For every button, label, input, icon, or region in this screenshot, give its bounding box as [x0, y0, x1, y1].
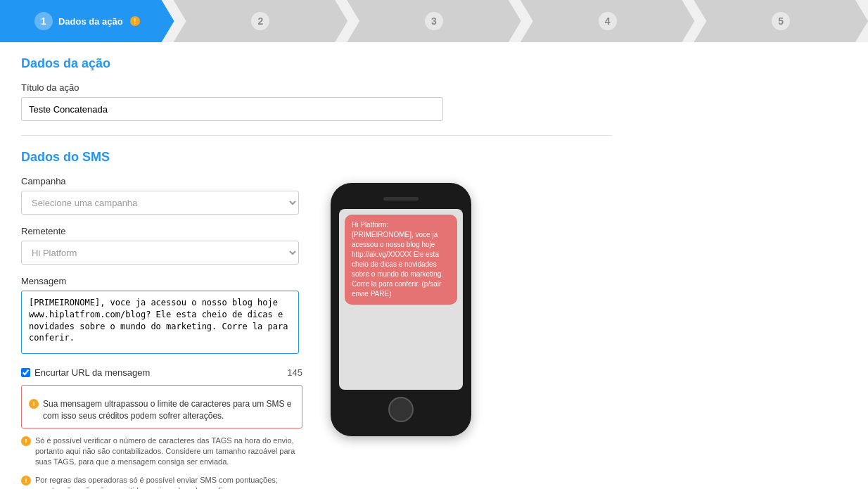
info-row-1: ! Só é possível verificar o número de ca… — [21, 436, 302, 468]
warning-box: ! Sua mensagem ultrapassou o limite de c… — [21, 385, 302, 428]
sms-form: Campanha Selecione uma campanha Remetent… — [21, 176, 302, 489]
step-3[interactable]: 3 — [347, 0, 521, 42]
mensagem-textarea[interactable]: [PRIMEIRONOME], voce ja acessou o nosso … — [21, 291, 299, 354]
encurtar-url-label[interactable]: Encurtar URL da mensagem — [21, 367, 150, 378]
info-row-2: ! Por regras das operadoras só é possíve… — [21, 475, 302, 489]
step-3-number: 3 — [425, 12, 443, 30]
phone-home-button — [388, 397, 414, 422]
action-title-input[interactable] — [21, 97, 443, 121]
sms-section-title: Dados do SMS — [21, 150, 612, 165]
sms-section-wrapper: Dados do SMS Campanha Selecione uma camp… — [21, 150, 612, 489]
warning-row: ! Sua mensagem ultrapassou o limite de c… — [29, 398, 295, 422]
phone-speaker — [383, 197, 419, 201]
campanha-label: Campanha — [21, 176, 302, 186]
action-title-field: Título da ação — [21, 82, 612, 121]
encurtar-url-checkbox[interactable] — [21, 368, 30, 377]
step-1[interactable]: 1 Dados da ação ! — [0, 0, 174, 42]
action-section: Dados da ação Título da ação — [21, 56, 612, 121]
step-2-number: 2 — [251, 12, 269, 30]
sms-preview-bubble: Hi Platform: [PRIMEIRONOME], voce ja ace… — [345, 215, 457, 305]
step-5-number: 5 — [772, 12, 790, 30]
action-title-label: Título da ação — [21, 82, 612, 93]
char-count: 145 — [287, 367, 302, 378]
remetente-field: Remetente Hi Platform — [21, 226, 302, 265]
encurtar-url-text: Encurtar URL da mensagem — [34, 367, 150, 378]
info-text-2: Por regras das operadoras só é possível … — [35, 475, 302, 489]
mensagem-label: Mensagem — [21, 276, 302, 286]
step-4[interactable]: 4 — [521, 0, 695, 42]
step-5[interactable]: 5 — [694, 0, 868, 42]
divider — [21, 135, 612, 136]
sms-section: Campanha Selecione uma campanha Remetent… — [21, 176, 612, 489]
step-1-number: 1 — [34, 12, 53, 30]
step-1-label: Dados da ação — [58, 16, 123, 27]
step-2[interactable]: 2 — [174, 0, 348, 42]
remetente-select[interactable]: Hi Platform — [21, 241, 299, 265]
warning-icon: ! — [29, 399, 39, 409]
step-4-number: 4 — [599, 12, 617, 30]
encurtar-url-row: Encurtar URL da mensagem 145 — [21, 367, 302, 378]
campanha-field: Campanha Selecione uma campanha — [21, 176, 302, 215]
main-content: Dados da ação Título da ação Dados do SM… — [0, 42, 633, 489]
remetente-label: Remetente — [21, 226, 302, 236]
action-section-title: Dados da ação — [21, 56, 612, 71]
info-icon-1: ! — [21, 436, 31, 446]
step-1-info-icon: ! — [130, 16, 140, 26]
info-icon-2: ! — [21, 476, 31, 485]
phone-mockup: Hi Platform: [PRIMEIRONOME], voce ja ace… — [331, 183, 471, 436]
mensagem-field: Mensagem [PRIMEIRONOME], voce ja acessou… — [21, 276, 302, 356]
warning-text: Sua mensagem ultrapassou o limite de car… — [43, 398, 295, 422]
stepper: 1 Dados da ação ! 2 3 4 5 — [0, 0, 868, 42]
info-text-1: Só é possível verificar o número de cara… — [35, 436, 302, 468]
campanha-select[interactable]: Selecione uma campanha — [21, 191, 299, 215]
phone-screen: Hi Platform: [PRIMEIRONOME], voce ja ace… — [339, 209, 463, 390]
